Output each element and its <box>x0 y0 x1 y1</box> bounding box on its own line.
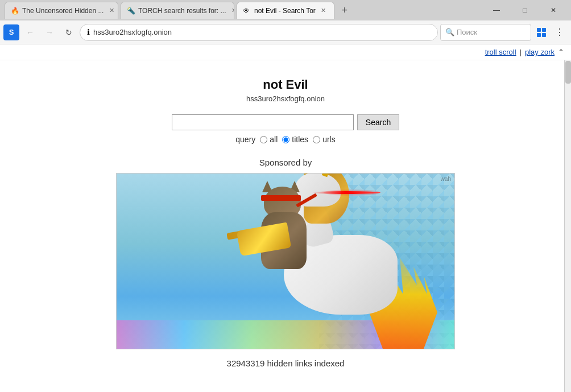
tab1-icon: 🔥 <box>11 7 19 15</box>
page-content: not Evil hss3uro2hsxfogfq.onion Search q… <box>0 60 571 392</box>
search-icon: 🔍 <box>445 28 454 36</box>
new-tab-button[interactable]: + <box>337 2 353 18</box>
tab3-close[interactable]: ✕ <box>319 6 328 15</box>
urls-radio[interactable] <box>313 136 320 143</box>
profile-icon[interactable]: S <box>3 24 19 40</box>
url-display: hss3uro2hsxfogfq.onion <box>93 28 172 36</box>
tab1-close[interactable]: ✕ <box>107 6 116 15</box>
all-radio[interactable] <box>260 136 267 143</box>
tab3-label: not Evil - Search Tor <box>254 7 316 15</box>
sponsored-label: Sponsored by <box>259 158 312 167</box>
reload-button[interactable]: ↻ <box>60 24 77 41</box>
scrollbar[interactable] <box>564 60 571 392</box>
top-links-bar: troll scroll | play zork ⌃ <box>0 44 571 60</box>
tab2-icon: 🔦 <box>127 7 135 15</box>
tab1-label: The Uncensored Hidden ... <box>22 7 104 15</box>
tab-uncensored[interactable]: 🔥 The Uncensored Hidden ... ✕ <box>5 2 118 19</box>
nav-bar: S ← → ↻ ℹ hss3uro2hsxfogfq.onion 🔍 Поиск… <box>0 20 571 44</box>
cat-headband <box>261 195 301 201</box>
search-row: Search <box>172 114 399 130</box>
window-controls: — □ ✕ <box>483 2 566 19</box>
title-bar: 🔥 The Uncensored Hidden ... ✕ 🔦 TORCH se… <box>0 0 571 20</box>
tab3-icon: 👁 <box>243 7 251 15</box>
maximize-button[interactable]: □ <box>512 2 538 19</box>
cat <box>255 178 324 269</box>
titles-radio[interactable] <box>282 136 289 143</box>
scrollbar-thumb[interactable] <box>565 61 571 84</box>
site-url: hss3uro2hsxfogfq.onion <box>246 94 325 103</box>
watermark: wah <box>441 176 451 182</box>
scroll-up-indicator: ⌃ <box>558 48 564 56</box>
search-placeholder: Поиск <box>457 28 477 36</box>
svg-rect-1 <box>542 28 546 32</box>
minimize-button[interactable]: — <box>483 2 510 19</box>
tab-notevil[interactable]: 👁 not Evil - Search Tor ✕ <box>237 2 334 19</box>
tab-torch[interactable]: 🔦 TORCH search results for: ... ✕ <box>121 2 234 19</box>
troll-scroll-link[interactable]: troll scroll <box>485 48 516 56</box>
search-button[interactable]: Search <box>357 114 399 130</box>
urls-label: urls <box>322 135 336 144</box>
address-bar[interactable]: ℹ hss3uro2hsxfogfq.onion <box>80 24 438 41</box>
browser-search-box[interactable]: 🔍 Поиск <box>440 24 531 41</box>
all-radio-label[interactable]: all <box>260 135 278 144</box>
links-divider: | <box>520 48 522 56</box>
query-label: query <box>235 135 255 144</box>
back-button[interactable]: ← <box>22 24 39 41</box>
tab2-label: TORCH search results for: ... <box>138 7 226 15</box>
titles-label: titles <box>292 135 308 144</box>
svg-rect-3 <box>542 33 546 37</box>
security-icon: ℹ <box>87 28 90 36</box>
svg-rect-0 <box>537 28 541 32</box>
play-zork-link[interactable]: play zork <box>525 48 555 56</box>
site-title: not Evil <box>263 77 308 92</box>
svg-rect-2 <box>537 33 541 37</box>
search-options: query all titles urls <box>235 135 335 144</box>
indexed-count: 32943319 hidden links indexed <box>227 358 345 368</box>
search-input[interactable] <box>172 114 354 130</box>
all-label: all <box>270 135 278 144</box>
close-button[interactable]: ✕ <box>540 2 566 19</box>
titles-radio-label[interactable]: titles <box>282 135 308 144</box>
urls-radio-label[interactable]: urls <box>313 135 336 144</box>
tab2-close[interactable]: ✕ <box>229 6 234 15</box>
browser-frame: 🔥 The Uncensored Hidden ... ✕ 🔦 TORCH se… <box>0 0 571 392</box>
promo-image: wah <box>116 173 455 349</box>
menu-button[interactable]: ⋮ <box>552 24 568 40</box>
extension-icon[interactable] <box>533 24 549 40</box>
search-form: Search query all titles urls <box>172 114 399 144</box>
forward-button[interactable]: → <box>41 24 58 41</box>
